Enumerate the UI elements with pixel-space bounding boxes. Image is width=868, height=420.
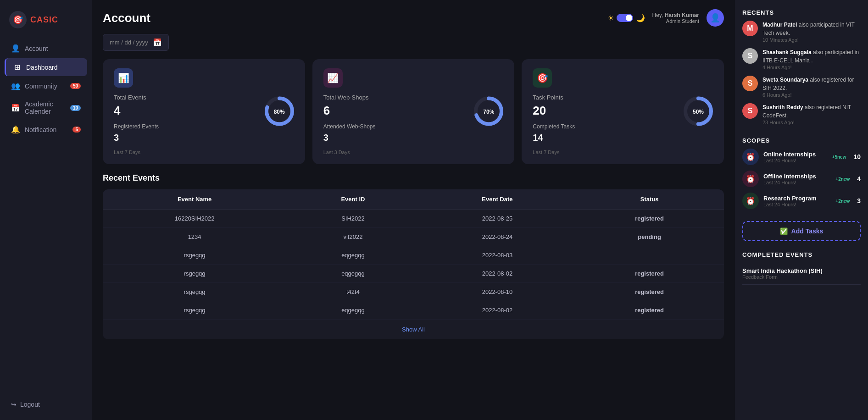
- add-tasks-icon: ✅: [780, 227, 788, 235]
- logout-icon: ↪: [11, 401, 17, 408]
- completed-events-section: COMPLETED EVENTS Smart India Hackathon (…: [742, 251, 861, 285]
- notification-icon: 🔔: [11, 125, 20, 134]
- progress-circle-webshops: 70%: [472, 94, 505, 129]
- table-row[interactable]: rsgegqg eqgegqg 2022-08-03: [103, 246, 724, 265]
- recents-title: Recents: [742, 9, 861, 16]
- stat-subvalue-webshops: 3: [323, 133, 504, 143]
- sidebar-item-label-academic: Academic Calender: [25, 100, 66, 115]
- app-name: CASIC: [30, 15, 58, 25]
- col-status: Status: [575, 189, 724, 210]
- recent-text-block: Shashank Suggala also participated in II…: [762, 48, 861, 70]
- logo-icon: 🎯: [9, 11, 27, 28]
- scopes-list: ⏰ Online Internships Last 24 Hours! +5ne…: [742, 149, 861, 209]
- stats-row: 📊 Total Events 4 Registered Events 3 Las…: [103, 59, 724, 164]
- logo-area: 🎯 CASIC: [0, 7, 92, 39]
- scope-info: Offline Internships Last 24 Hours!: [763, 173, 831, 185]
- recent-text-block: Sushrith Reddy also registered NIT CodeF…: [762, 103, 861, 125]
- recent-text-block: Sweta Soundarya also registered for SIH …: [762, 76, 861, 98]
- show-all-row[interactable]: Show All: [103, 320, 724, 340]
- events-table: Event Name Event ID Event Date Status 16…: [103, 189, 724, 339]
- recent-events-title: Recent Events: [103, 173, 724, 183]
- stat-period-tasks: Last 7 Days: [533, 149, 713, 155]
- scope-info: Online Internships Last 24 Hours!: [763, 151, 828, 163]
- scope-badge: +2new: [835, 177, 850, 182]
- scope-badge: +2new: [835, 199, 850, 204]
- cell-event-id: vit2022: [286, 228, 420, 246]
- sidebar-item-academic[interactable]: 📅 Academic Calender 10: [5, 96, 87, 120]
- user-info: Hey, Harsh Kumar Admin Student: [652, 12, 700, 24]
- show-all-label[interactable]: Show All: [103, 320, 724, 340]
- stat-icon-tasks: 🎯: [533, 68, 552, 88]
- sidebar-item-dashboard[interactable]: ⊞ Dashboard: [5, 58, 87, 76]
- table-row[interactable]: rsgegqg eqgegqg 2022-08-02 registered: [103, 301, 724, 320]
- logout-label: Logout: [20, 401, 40, 408]
- theme-toggle[interactable]: ☀ 🌙: [607, 14, 645, 22]
- cell-event-date: 2022-08-02: [420, 301, 575, 320]
- sidebar-item-account[interactable]: 👤 Account: [5, 39, 87, 57]
- user-greeting: Hey, Harsh Kumar: [652, 12, 700, 18]
- scopes-section: SCOPES ⏰ Online Internships Last 24 Hour…: [742, 137, 861, 215]
- toggle-track[interactable]: [617, 14, 633, 22]
- scope-item: ⏰ Offline Internships Last 24 Hours! +2n…: [742, 171, 861, 187]
- stat-subvalue-events: 3: [114, 133, 294, 143]
- scope-item: ⏰ Research Program Last 24 Hours! +2new …: [742, 193, 861, 209]
- sidebar-item-notification[interactable]: 🔔 Notification 5: [5, 121, 87, 138]
- scope-item: ⏰ Online Internships Last 24 Hours! +5ne…: [742, 149, 861, 165]
- date-input[interactable]: mm / dd / yyyy 📅: [103, 34, 169, 51]
- cell-event-name: rsgegqg: [103, 283, 286, 301]
- top-header: Account ☀ 🌙 Hey, Harsh Kumar Admin Stude…: [103, 9, 724, 27]
- recent-time: 4 Hours Ago!: [762, 65, 861, 70]
- cell-status: [575, 246, 724, 265]
- table-row[interactable]: 16220SIH2022 SIH2022 2022-08-25 register…: [103, 210, 724, 228]
- recent-avatar: M: [742, 21, 758, 36]
- col-event-name: Event Name: [103, 189, 286, 210]
- user-avatar: 👤: [707, 9, 724, 27]
- scope-count: 3: [857, 197, 861, 204]
- stat-subvalue-tasks: 14: [533, 133, 713, 143]
- scope-icon: ⏰: [742, 171, 759, 187]
- cell-event-date: 2022-08-02: [420, 265, 575, 283]
- scope-info: Research Program Last 24 Hours!: [763, 195, 831, 207]
- add-tasks-button[interactable]: ✅ Add Tasks: [742, 221, 861, 241]
- col-event-id: Event ID: [286, 189, 420, 210]
- community-badge: 50: [70, 83, 81, 89]
- progress-circle-events: 80%: [263, 94, 296, 129]
- progress-label-webshops: 70%: [483, 109, 494, 115]
- user-role: Admin Student: [652, 18, 700, 24]
- cell-status: registered: [575, 265, 724, 283]
- scope-name: Offline Internships: [763, 173, 831, 180]
- cell-event-id: eqgegqg: [286, 301, 420, 320]
- recent-avatar: S: [742, 48, 758, 64]
- stat-period-webshops: Last 3 Days: [323, 149, 504, 155]
- cell-event-id: t42t4: [286, 283, 420, 301]
- page-title: Account: [103, 11, 150, 25]
- notification-badge: 5: [72, 127, 81, 133]
- recent-text: Shashank Suggala also participated in II…: [762, 48, 861, 65]
- table-row[interactable]: 1234 vit2022 2022-08-24 pending: [103, 228, 724, 246]
- sidebar-item-community[interactable]: 👥 Community 50: [5, 77, 87, 95]
- recents-list: M Madhur Patel also participated in VIT …: [742, 21, 861, 125]
- events-table-container: Event Name Event ID Event Date Status 16…: [103, 189, 724, 339]
- table-row[interactable]: rsgegqg t42t4 2022-08-10 registered: [103, 283, 724, 301]
- logout-button[interactable]: ↪ Logout: [0, 396, 92, 413]
- recents-section: Recents M Madhur Patel also participated…: [742, 9, 861, 131]
- completed-event-item: Smart India Hackathon (SIH) Feedback For…: [742, 263, 861, 285]
- scope-time: Last 24 Hours!: [763, 180, 831, 185]
- sun-icon: ☀: [607, 14, 614, 22]
- recent-time: 10 Minutes Ago!: [762, 37, 861, 43]
- recent-text: Sushrith Reddy also registered NIT CodeF…: [762, 103, 861, 120]
- cell-event-date: 2022-08-25: [420, 210, 575, 228]
- header-right: ☀ 🌙 Hey, Harsh Kumar Admin Student 👤: [607, 9, 724, 27]
- table-row[interactable]: rsgegqg eqgegqg 2022-08-02 registered: [103, 265, 724, 283]
- toggle-thumb: [626, 15, 632, 21]
- scope-count: 10: [853, 153, 861, 160]
- moon-icon: 🌙: [636, 14, 645, 22]
- sidebar-item-label-notification: Notification: [25, 126, 56, 133]
- academic-icon: 📅: [11, 104, 20, 112]
- cell-event-id: eqgegqg: [286, 265, 420, 283]
- scopes-title: SCOPES: [742, 137, 861, 144]
- cell-event-name: 16220SIH2022: [103, 210, 286, 228]
- stat-icon-events: 📊: [114, 68, 133, 88]
- sidebar-nav: 👤 Account ⊞ Dashboard 👥 Community 50 📅 A…: [0, 39, 92, 396]
- recent-item: S Sweta Soundarya also registered for SI…: [742, 76, 861, 98]
